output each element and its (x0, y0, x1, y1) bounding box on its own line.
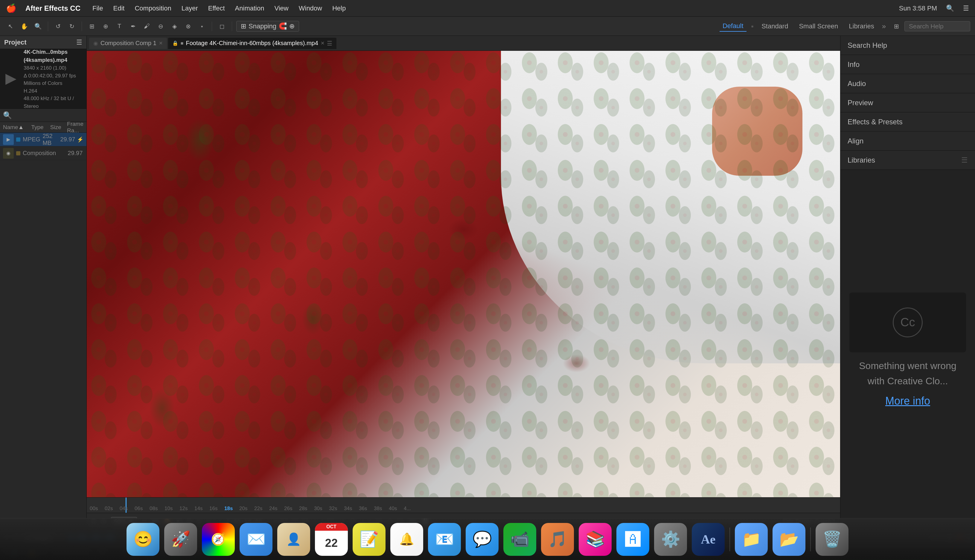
tool-undo[interactable]: ↺ (52, 21, 64, 32)
dock: 😊 🚀 🧭 ✉️ 👤 OCT 22 📝 🔔 📧 💬 📹 🎵 (0, 518, 975, 560)
menubar-hamburger-icon[interactable]: ☰ (963, 5, 969, 12)
dock-folder1[interactable]: 📁 (735, 523, 768, 556)
tool-anchor[interactable]: ⊕ (100, 21, 111, 32)
menubar-search-icon[interactable]: 🔍 (946, 5, 954, 12)
dock-facetime-mail[interactable]: 📧 (428, 523, 461, 556)
tool-eraser[interactable]: ◈ (169, 21, 180, 32)
dock-folder2[interactable]: 📂 (773, 523, 805, 556)
tool-pen[interactable]: ✒ (127, 21, 139, 32)
dock-calendar[interactable]: OCT 22 (315, 523, 348, 556)
dock-books[interactable]: 📚 (579, 523, 612, 556)
rp-content: Cc Something went wrong with Creative Cl… (840, 170, 975, 530)
file-type-0: MPEG (23, 136, 42, 143)
project-panel-menu[interactable]: ☰ (76, 38, 82, 46)
dock-separator-2 (810, 527, 811, 551)
menu-composition[interactable]: Composition (135, 5, 171, 12)
cc-more-info-link[interactable]: More info (885, 395, 930, 407)
rp-info[interactable]: Info (840, 55, 975, 74)
tool-shape[interactable]: ◻ (216, 21, 227, 32)
dock-notes[interactable]: 📝 (353, 523, 386, 556)
preview-duration: Δ 0:00:42:00, 29.97 fps (23, 72, 77, 80)
dock-launchpad-icon: 🚀 (171, 530, 191, 548)
project-panel-title: Project (4, 38, 27, 46)
dock-messages[interactable]: 💬 (466, 523, 498, 556)
dock-separator (729, 527, 730, 551)
center-panel: ◉ Composition Comp 1 ✕ 🔒 ■ Footage 4K-Ch… (87, 36, 840, 530)
dock-reminders[interactable]: 🔔 (390, 523, 423, 556)
menu-animation[interactable]: Animation (235, 5, 264, 12)
project-search-input[interactable] (14, 112, 84, 118)
rp-search-help[interactable]: Search Help (840, 36, 975, 55)
tool-redo[interactable]: ↻ (66, 21, 77, 32)
workspace-grid[interactable]: ⊞ (891, 21, 902, 32)
viewer-tab-footage-close[interactable]: ✕ (321, 40, 324, 46)
apple-menu[interactable]: 🍎 (6, 3, 17, 13)
tool-text[interactable]: T (114, 21, 125, 32)
dock-safari[interactable]: 🧭 (202, 523, 235, 556)
viewer-tab-comp[interactable]: ◉ Composition Comp 1 ✕ (89, 38, 167, 49)
viewer-area (87, 51, 840, 497)
col-fps: Frame Ra... (67, 121, 84, 134)
dock-facetime2[interactable]: 📹 (503, 523, 536, 556)
preview-resolution: 3840 x 2160 (1.00) (23, 64, 77, 72)
dock-calendar-day: 22 (325, 531, 338, 556)
file-item-0[interactable]: ▶ 4K-Chim...mp4 MPEG 252 MB 29.97 ⚡ (0, 133, 87, 147)
rp-preview[interactable]: Preview (840, 93, 975, 112)
dock-reminders-icon: 🔔 (399, 532, 414, 546)
workspace-more[interactable]: » (882, 22, 886, 30)
tool-zoom[interactable]: 🔍 (32, 21, 43, 32)
tool-move[interactable]: ⊞ (86, 21, 97, 32)
viewer-tab-comp-close[interactable]: ✕ (159, 40, 163, 46)
tool-hand[interactable]: ✋ (18, 21, 30, 32)
menu-effect[interactable]: Effect (208, 5, 225, 12)
tool-clone[interactable]: ⊖ (155, 21, 166, 32)
viewer-tab-footage-menu[interactable]: ☰ (327, 40, 332, 47)
viewer-tab-footage[interactable]: 🔒 ■ Footage 4K-Chimei-inn-60mbps (4ksamp… (168, 38, 336, 49)
cc-error-message: Something went wrong with Creative Clo..… (850, 358, 966, 389)
workspace-libraries[interactable]: Libraries (846, 21, 877, 32)
menu-help[interactable]: Help (332, 5, 346, 12)
tool-puppet[interactable]: ⋆ (196, 21, 207, 32)
menu-edit[interactable]: Edit (113, 5, 124, 12)
tool-roto[interactable]: ⊗ (182, 21, 194, 32)
svg-rect-4 (87, 51, 840, 497)
dock-launchpad[interactable]: 🚀 (164, 523, 197, 556)
snapping-toggle[interactable]: ⊞ Snapping 🧲 ⊕ (236, 21, 299, 32)
menu-layer[interactable]: Layer (182, 5, 198, 12)
toolbar-sep-3 (212, 22, 212, 31)
menubar: 🍎 After Effects CC File Edit Composition… (0, 0, 975, 17)
dock-facetime2-icon: 📹 (510, 530, 530, 548)
workspace-small-screen[interactable]: Small Screen (796, 21, 841, 32)
snapping-label: Snapping (249, 22, 276, 30)
rp-audio[interactable]: Audio (840, 74, 975, 93)
rp-libraries[interactable]: Libraries ☰ (840, 151, 975, 170)
ruler-marks: 00s 02s 04s 06s 08s 10s 12s 14s 16s 18s … (87, 498, 840, 513)
dock-mail[interactable]: ✉️ (239, 523, 273, 556)
dock-finder[interactable]: 😊 (127, 523, 159, 556)
col-type: Type (31, 124, 50, 131)
menu-view[interactable]: View (274, 5, 288, 12)
dock-contacts[interactable]: 👤 (277, 523, 310, 556)
rp-align[interactable]: Align (840, 132, 975, 151)
dock-appstore[interactable]: 🅰 (616, 523, 649, 556)
dock-appstore-icon: 🅰 (625, 530, 641, 548)
dock-aftereffects[interactable]: Ae (692, 523, 725, 556)
rp-info-label: Info (848, 60, 860, 69)
menu-file[interactable]: File (92, 5, 103, 12)
dock-sysprefs-icon: ⚙️ (661, 530, 681, 548)
dock-sysprefs[interactable]: ⚙️ (654, 523, 687, 556)
file-item-1[interactable]: ◉ Comp 1 Composition 29.97 (0, 147, 87, 160)
workspace-standard[interactable]: Standard (758, 21, 791, 32)
dock-trash[interactable]: 🗑️ (816, 523, 848, 556)
tool-select[interactable]: ↖ (5, 21, 16, 32)
dock-ae-icon: Ae (701, 532, 716, 547)
viewer-tabs: ◉ Composition Comp 1 ✕ 🔒 ■ Footage 4K-Ch… (87, 36, 840, 51)
dock-music[interactable]: 🎵 (541, 523, 574, 556)
workspace-default[interactable]: Default (719, 21, 746, 32)
toolbar-search-input[interactable] (905, 21, 970, 32)
tool-paint[interactable]: 🖌 (141, 21, 152, 32)
rp-effects[interactable]: Effects & Presets (840, 112, 975, 132)
menu-window[interactable]: Window (299, 5, 322, 12)
dock-books-icon: 📚 (585, 530, 605, 548)
preview-audio: 48.000 kHz / 32 bit U / Stereo (23, 95, 77, 110)
